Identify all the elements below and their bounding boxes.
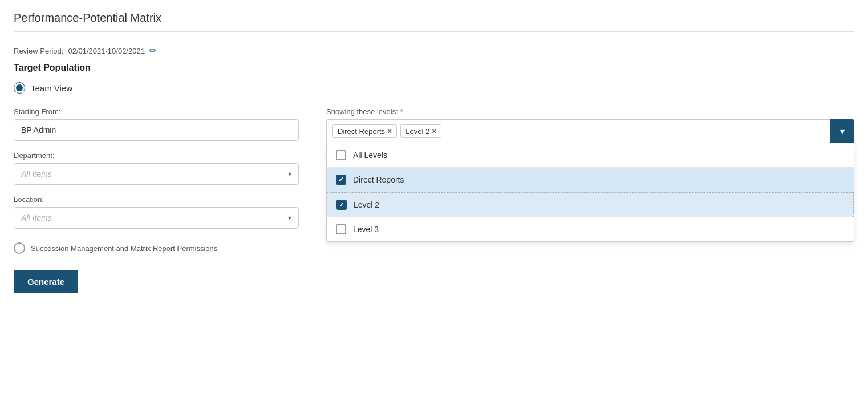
tag-direct-reports-close-icon[interactable]: × <box>387 127 392 136</box>
checkbox-direct-reports[interactable]: ✓ <box>336 175 346 185</box>
levels-label: Showing these levels: * <box>326 107 854 116</box>
levels-select-wrapper: Direct Reports × Level 2 × ▾ <box>326 119 854 143</box>
tag-direct-reports[interactable]: Direct Reports × <box>332 124 397 138</box>
generate-button[interactable]: Generate <box>14 270 78 293</box>
checkbox-level2[interactable]: ✓ <box>336 200 347 210</box>
required-star: * <box>400 107 403 116</box>
location-select[interactable]: All Items ▾ <box>14 207 299 229</box>
department-group: Department: All Items ▾ <box>14 151 299 185</box>
dropdown-item-direct-reports-label: Direct Reports <box>353 175 404 184</box>
dropdown-item-all-levels[interactable]: All Levels <box>327 143 854 168</box>
dropdown-item-level3-label: Level 3 <box>353 225 379 234</box>
starting-from-label: Starting From: <box>14 107 299 116</box>
left-column: Starting From: Department: All Items ▾ L… <box>14 107 299 293</box>
location-group: Location: All Items ▾ <box>14 195 299 229</box>
dropdown-item-level2-label: Level 2 <box>354 200 379 209</box>
section-title: Target Population <box>14 63 854 73</box>
checkmark-direct-reports: ✓ <box>338 176 344 184</box>
checkbox-all-levels[interactable] <box>336 150 346 160</box>
right-column: Showing these levels: * Direct Reports ×… <box>326 107 854 242</box>
team-view-radio[interactable] <box>14 82 25 94</box>
department-select[interactable]: All Items ▾ <box>14 163 299 185</box>
page-container: Performance-Potential Matrix Review Peri… <box>0 0 868 405</box>
department-placeholder: All Items <box>21 169 52 179</box>
starting-from-group: Starting From: <box>14 107 299 141</box>
main-content: Starting From: Department: All Items ▾ L… <box>14 107 854 293</box>
location-placeholder: All Items <box>21 213 52 222</box>
location-label: Location: <box>14 195 299 204</box>
checkbox-level3[interactable] <box>336 224 346 234</box>
dropdown-list: All Levels ✓ Direct Reports ✓ Level 2 <box>326 143 854 242</box>
tag-level2-text: Level 2 <box>405 127 429 136</box>
levels-tags-box[interactable]: Direct Reports × Level 2 × <box>326 119 830 143</box>
dropdown-item-level3[interactable]: Level 3 <box>327 217 854 241</box>
department-chevron-icon: ▾ <box>288 170 291 178</box>
succession-radio[interactable] <box>14 242 25 254</box>
location-chevron-icon: ▾ <box>288 214 291 222</box>
succession-row: Succession Management and Matrix Report … <box>14 242 299 254</box>
checkmark-level2: ✓ <box>339 201 344 209</box>
team-view-row: Team View <box>14 82 854 94</box>
tag-level2-close-icon[interactable]: × <box>432 127 436 136</box>
tag-level2[interactable]: Level 2 × <box>400 124 441 138</box>
dropdown-item-all-levels-label: All Levels <box>353 151 387 160</box>
department-label: Department: <box>14 151 299 160</box>
dropdown-item-direct-reports[interactable]: ✓ Direct Reports <box>327 168 854 192</box>
team-view-label: Team View <box>31 83 72 93</box>
succession-label: Succession Management and Matrix Report … <box>31 244 217 253</box>
review-period-row: Review Period: 02/01/2021-10/02/2021 ✏ <box>14 46 854 56</box>
review-period-label: Review Period: <box>14 47 63 55</box>
levels-dropdown-button[interactable]: ▾ <box>830 119 854 143</box>
edit-icon[interactable]: ✏ <box>149 46 157 56</box>
dropdown-item-level2[interactable]: ✓ Level 2 <box>327 192 854 217</box>
page-title: Performance-Potential Matrix <box>14 11 854 32</box>
starting-from-input[interactable] <box>14 119 299 141</box>
tag-direct-reports-text: Direct Reports <box>338 127 385 136</box>
levels-dropdown-chevron-icon: ▾ <box>840 126 845 137</box>
review-period-value: 02/01/2021-10/02/2021 <box>68 47 144 55</box>
